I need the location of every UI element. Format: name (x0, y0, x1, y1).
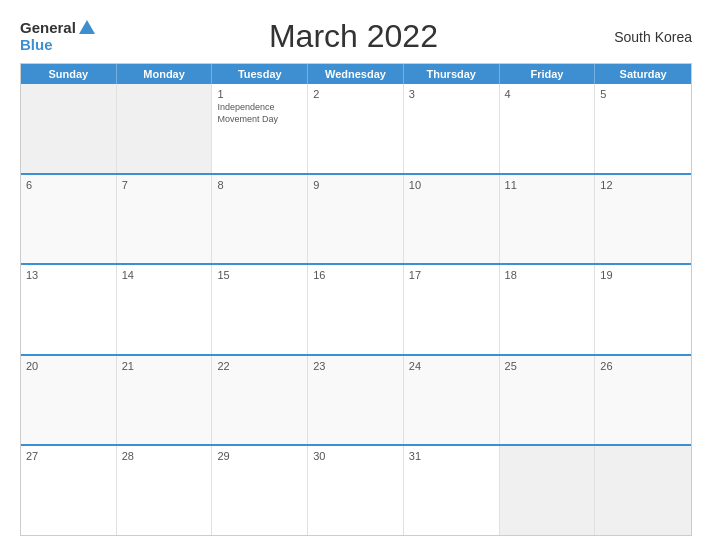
day-cell: 25 (500, 356, 596, 445)
day-cell: 28 (117, 446, 213, 535)
day-number: 23 (313, 360, 398, 372)
day-header: Friday (500, 64, 596, 84)
day-cell: 22 (212, 356, 308, 445)
day-cell: 26 (595, 356, 691, 445)
day-number: 19 (600, 269, 686, 281)
day-number: 24 (409, 360, 494, 372)
day-number: 27 (26, 450, 111, 462)
day-cell: 14 (117, 265, 213, 354)
day-number: 4 (505, 88, 590, 100)
day-number: 2 (313, 88, 398, 100)
day-number: 15 (217, 269, 302, 281)
day-cell: 8 (212, 175, 308, 264)
country-label: South Korea (612, 29, 692, 45)
day-number: 5 (600, 88, 686, 100)
day-number: 14 (122, 269, 207, 281)
page-title: March 2022 (95, 18, 612, 55)
day-cell: 16 (308, 265, 404, 354)
day-number: 6 (26, 179, 111, 191)
day-cell: 24 (404, 356, 500, 445)
day-cell (595, 446, 691, 535)
day-number: 3 (409, 88, 494, 100)
day-number: 20 (26, 360, 111, 372)
day-cell (117, 84, 213, 173)
day-cell: 18 (500, 265, 596, 354)
day-cell: 29 (212, 446, 308, 535)
day-cell: 31 (404, 446, 500, 535)
day-cell: 12 (595, 175, 691, 264)
day-header: Tuesday (212, 64, 308, 84)
day-number: 1 (217, 88, 302, 100)
day-cell: 17 (404, 265, 500, 354)
day-header: Sunday (21, 64, 117, 84)
day-cell: 30 (308, 446, 404, 535)
day-cell: 27 (21, 446, 117, 535)
day-number: 31 (409, 450, 494, 462)
day-headers-row: SundayMondayTuesdayWednesdayThursdayFrid… (21, 64, 691, 84)
day-cell: 21 (117, 356, 213, 445)
day-cell: 15 (212, 265, 308, 354)
day-cell: 13 (21, 265, 117, 354)
day-number: 17 (409, 269, 494, 281)
day-cell: 4 (500, 84, 596, 173)
day-header: Saturday (595, 64, 691, 84)
day-number: 30 (313, 450, 398, 462)
day-number: 29 (217, 450, 302, 462)
logo-general-text: General (20, 20, 76, 37)
week-row: 13141516171819 (21, 263, 691, 354)
day-header: Monday (117, 64, 213, 84)
day-cell: 7 (117, 175, 213, 264)
day-cell: 1Independence Movement Day (212, 84, 308, 173)
day-number: 11 (505, 179, 590, 191)
weeks-container: 1Independence Movement Day23456789101112… (21, 84, 691, 535)
logo: General Blue (20, 20, 95, 53)
day-number: 8 (217, 179, 302, 191)
holiday-label: Independence Movement Day (217, 102, 302, 125)
day-number: 18 (505, 269, 590, 281)
day-cell: 20 (21, 356, 117, 445)
day-number: 13 (26, 269, 111, 281)
day-cell: 9 (308, 175, 404, 264)
week-row: 6789101112 (21, 173, 691, 264)
day-number: 25 (505, 360, 590, 372)
calendar-grid: SundayMondayTuesdayWednesdayThursdayFrid… (20, 63, 692, 536)
day-header: Wednesday (308, 64, 404, 84)
day-cell: 3 (404, 84, 500, 173)
day-cell: 19 (595, 265, 691, 354)
day-number: 22 (217, 360, 302, 372)
day-cell: 23 (308, 356, 404, 445)
week-row: 2728293031 (21, 444, 691, 535)
header: General Blue March 2022 South Korea (20, 18, 692, 55)
day-number: 12 (600, 179, 686, 191)
day-number: 28 (122, 450, 207, 462)
day-cell: 11 (500, 175, 596, 264)
day-header: Thursday (404, 64, 500, 84)
day-number: 21 (122, 360, 207, 372)
day-cell: 5 (595, 84, 691, 173)
week-row: 1Independence Movement Day2345 (21, 84, 691, 173)
logo-blue-text: Blue (20, 37, 53, 54)
day-cell: 10 (404, 175, 500, 264)
day-number: 7 (122, 179, 207, 191)
day-cell (500, 446, 596, 535)
day-cell: 6 (21, 175, 117, 264)
day-number: 9 (313, 179, 398, 191)
week-row: 20212223242526 (21, 354, 691, 445)
logo-triangle-icon (79, 20, 95, 34)
day-number: 16 (313, 269, 398, 281)
day-number: 26 (600, 360, 686, 372)
day-cell (21, 84, 117, 173)
day-cell: 2 (308, 84, 404, 173)
calendar-page: General Blue March 2022 South Korea Sund… (0, 0, 712, 550)
day-number: 10 (409, 179, 494, 191)
